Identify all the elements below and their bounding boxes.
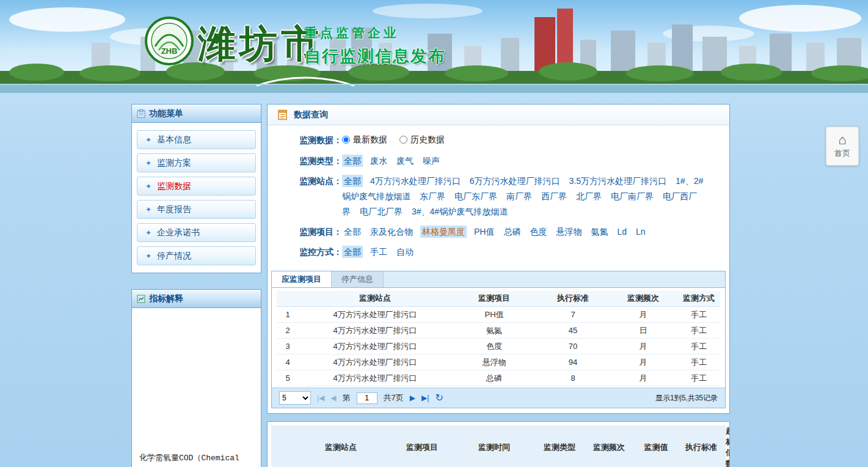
- table-cell: 手工: [677, 307, 720, 323]
- column-header: 监测站点: [299, 291, 451, 307]
- sidebar-item-3[interactable]: ✦监测数据: [137, 177, 256, 196]
- sidebar: 功能菜单 ✦基本信息✦监测方案✦监测数据✦年度报告✦企业承诺书✦停产情况 指标解…: [131, 104, 261, 467]
- filter-option[interactable]: 氨氮: [589, 226, 610, 238]
- filter-option[interactable]: Ld: [615, 226, 629, 238]
- column-header: 监测项目: [392, 425, 452, 467]
- filter-option[interactable]: 全部: [342, 175, 363, 187]
- next-page-button[interactable]: ▶: [410, 394, 415, 402]
- table-cell: 手工: [677, 355, 720, 370]
- page-number-input[interactable]: [357, 392, 377, 404]
- filter-option[interactable]: 全部: [342, 155, 363, 167]
- filter-option[interactable]: 总磷: [501, 226, 522, 238]
- table-row: 14万方污水处理厂排污口PH值7月手工: [277, 307, 720, 323]
- filter-option[interactable]: 北厂界: [574, 190, 604, 202]
- table-cell: 94: [537, 355, 609, 370]
- function-menu-list: ✦基本信息✦监测方案✦监测数据✦年度报告✦企业承诺书✦停产情况: [132, 123, 261, 273]
- data-query-title: 数据查询: [294, 109, 328, 120]
- sidebar-item-1[interactable]: ✦基本信息: [137, 130, 256, 149]
- filter-options: 全部手工自动: [342, 245, 709, 260]
- indicator-title: 指标解释: [149, 293, 183, 304]
- filter-option[interactable]: 废气: [395, 155, 415, 167]
- filter-option[interactable]: 西厂界: [539, 190, 569, 202]
- table-row: 34万方污水处理厂排污口色度70月手工: [277, 339, 720, 355]
- tab-1[interactable]: 应监测项目: [272, 271, 332, 287]
- data-query-header: 数据查询: [268, 105, 729, 125]
- filter-options: 全部汞及化合物林格曼黑度PH值总磷色度悬浮物氨氮LdLn: [342, 224, 709, 240]
- row-number: 2: [277, 323, 299, 339]
- home-button[interactable]: ⌂ 首页: [826, 127, 859, 166]
- table-cell: 45: [537, 323, 609, 339]
- filter-option[interactable]: 3.5万方污水处理厂排污口: [567, 175, 668, 187]
- row-number: 3: [277, 339, 299, 355]
- monitoring-data-table: 监测站点监测项目监测时间监测类型监测频次监测值执行标准超标倍数11#、2#锅炉废…: [271, 425, 726, 467]
- star-bullet-icon: ✦: [145, 252, 151, 260]
- radio-input[interactable]: [342, 136, 350, 144]
- sidebar-item-4[interactable]: ✦年度报告: [137, 200, 256, 219]
- filter-option[interactable]: 6万方污水处理厂排污口: [468, 175, 562, 187]
- filter-option[interactable]: 林格曼黑度: [420, 226, 467, 238]
- column-header: 监测值: [635, 425, 677, 467]
- filter-option[interactable]: 噪声: [421, 155, 442, 167]
- filter-option[interactable]: 4万方污水处理厂排污口: [368, 175, 462, 187]
- filter-option[interactable]: 3#、4#锅炉废气排放烟道: [410, 205, 509, 218]
- filter-option[interactable]: 悬浮物: [554, 226, 583, 238]
- star-bullet-icon: ✦: [145, 136, 151, 144]
- radio-input[interactable]: [399, 136, 407, 144]
- tab-2[interactable]: 停产信息: [332, 271, 384, 287]
- refresh-icon[interactable]: ↻: [435, 393, 443, 403]
- filter-option[interactable]: 电厂北厂界: [358, 205, 404, 218]
- filter-option[interactable]: 自动: [395, 246, 415, 258]
- filter-row-item: 监测项目：全部汞及化合物林格曼黑度PH值总磷色度悬浮物氨氮LdLn: [299, 224, 729, 240]
- table-cell: 月: [609, 370, 677, 386]
- sidebar-item-6[interactable]: ✦停产情况: [137, 246, 256, 265]
- filter-label: 监测站点：: [299, 174, 342, 189]
- radio-option[interactable]: 历史数据: [399, 133, 445, 146]
- column-header: 监测站点: [290, 425, 392, 467]
- last-page-button[interactable]: ▶|: [421, 394, 429, 402]
- filter-options: 最新数据历史数据: [342, 133, 709, 149]
- menu-icon: [137, 109, 145, 118]
- filter-option[interactable]: 全部: [342, 226, 363, 238]
- filter-option[interactable]: 废水: [368, 155, 389, 167]
- row-number-header: [277, 291, 299, 307]
- monitoring-items-table: 监测站点监测项目执行标准监测频次监测方式14万方污水处理厂排污口PH值7月手工2…: [277, 291, 720, 387]
- filter-option[interactable]: Ln: [634, 226, 647, 238]
- row-number: 1: [277, 307, 299, 323]
- table-cell: 7: [537, 307, 609, 323]
- prev-page-button[interactable]: ◀: [330, 394, 336, 402]
- star-bullet-icon: ✦: [145, 160, 151, 167]
- function-menu-box: 功能菜单 ✦基本信息✦监测方案✦监测数据✦年度报告✦企业承诺书✦停产情况: [131, 104, 261, 273]
- sidebar-item-5[interactable]: ✦企业承诺书: [137, 223, 256, 242]
- table-cell: 4万方污水处理厂排污口: [299, 355, 451, 370]
- table-row: 24万方污水处理厂排污口氨氮45日手工: [277, 323, 720, 339]
- site-subtitle-group: 重点监管企业 自行监测信息发布: [304, 24, 446, 67]
- table-cell: 月: [609, 339, 677, 355]
- page-size-select[interactable]: 5: [279, 391, 311, 405]
- filter-option[interactable]: 电厂南厂界: [609, 190, 655, 202]
- filter-option[interactable]: 电厂东厂界: [453, 190, 499, 202]
- filter-option[interactable]: 南厂界: [505, 190, 534, 202]
- filter-option[interactable]: 东厂界: [418, 190, 447, 202]
- home-icon: ⌂: [838, 133, 846, 147]
- home-label: 首页: [834, 148, 850, 159]
- radio-option[interactable]: 最新数据: [342, 133, 387, 146]
- filter-options: 全部废水废气噪声: [342, 153, 709, 169]
- sidebar-item-label: 监测方案: [157, 158, 191, 169]
- column-header: 监测频次: [583, 425, 635, 467]
- sidebar-item-2[interactable]: ✦监测方案: [137, 153, 256, 172]
- filter-option[interactable]: 全部: [342, 246, 363, 258]
- first-page-button[interactable]: |◀: [317, 394, 324, 402]
- column-header: 监测方式: [677, 291, 720, 307]
- column-header: 执行标准: [537, 291, 609, 307]
- sidebar-item-label: 年度报告: [157, 204, 191, 215]
- filter-options: 全部4万方污水处理厂排污口6万方污水处理厂排污口3.5万方污水处理厂排污口1#、…: [342, 174, 709, 219]
- table-cell: 4万方污水处理厂排污口: [299, 339, 451, 355]
- indicator-header: 指标解释: [132, 290, 261, 308]
- radio-label: 最新数据: [353, 133, 387, 146]
- filter-option[interactable]: 手工: [368, 246, 389, 258]
- filter-option[interactable]: PH值: [472, 226, 496, 238]
- filter-option[interactable]: 汞及化合物: [368, 226, 415, 238]
- filter-option[interactable]: 色度: [528, 226, 549, 238]
- filter-form: 监测数据：最新数据历史数据监测类型：全部废水废气噪声监测站点：全部4万方污水处理…: [268, 125, 729, 268]
- table-cell: 4万方污水处理厂排污口: [299, 307, 451, 323]
